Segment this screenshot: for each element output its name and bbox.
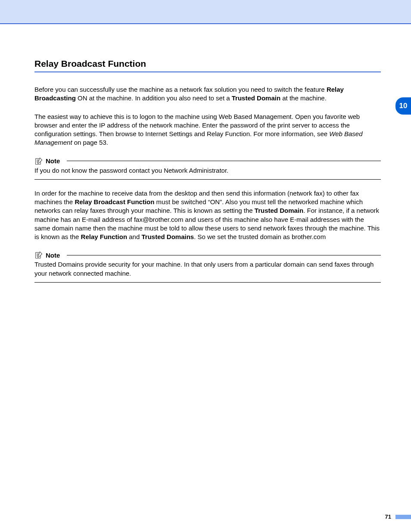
text: at the machine.	[280, 94, 327, 102]
page-content: Relay Broadcast Function Before you can …	[0, 24, 411, 309]
text: and	[127, 233, 141, 240]
text: on page 53.	[72, 139, 108, 146]
bold-text: Relay Function	[81, 233, 128, 240]
bold-text: Relay Broadcast Function	[75, 198, 154, 205]
note-header-rule	[67, 255, 381, 255]
note-body: Trusted Domains provide security for you…	[34, 260, 381, 278]
note-block-1: Note If you do not know the password con…	[34, 157, 381, 180]
text: ON at the machine. In addition you also …	[76, 94, 232, 102]
note-bottom-rule	[34, 179, 381, 180]
section-title: Relay Broadcast Function	[34, 59, 381, 69]
note-block-2: Note Trusted Domains provide security fo…	[34, 251, 381, 283]
note-header: Note	[34, 157, 381, 165]
bold-text: Trusted Domains	[141, 233, 194, 240]
paragraph-2: The easiest way to achieve this is to lo…	[34, 112, 381, 147]
footer: 71	[385, 513, 411, 520]
page-number: 71	[385, 513, 391, 520]
title-underline	[34, 72, 381, 72]
note-body: If you do not know the password contact …	[34, 166, 381, 175]
bold-text: Trusted Domain	[255, 207, 303, 214]
note-bottom-rule	[34, 282, 381, 283]
bold-text: Trusted Domain	[232, 94, 280, 102]
header-bar	[0, 0, 411, 24]
footer-accent	[395, 515, 411, 519]
note-header: Note	[34, 251, 381, 259]
text: The easiest way to achieve this is to lo…	[34, 113, 360, 138]
text: . So we set the trusted domain as brothe…	[194, 233, 326, 240]
note-header-rule	[67, 161, 381, 161]
note-label: Note	[46, 157, 60, 165]
pencil-note-icon	[34, 157, 43, 165]
pencil-note-icon	[34, 251, 43, 259]
text: Before you can successfully use the mach…	[34, 86, 327, 93]
paragraph-1: Before you can successfully use the mach…	[34, 85, 381, 103]
paragraph-3: In order for the machine to receive data…	[34, 189, 381, 242]
note-label: Note	[46, 252, 60, 259]
